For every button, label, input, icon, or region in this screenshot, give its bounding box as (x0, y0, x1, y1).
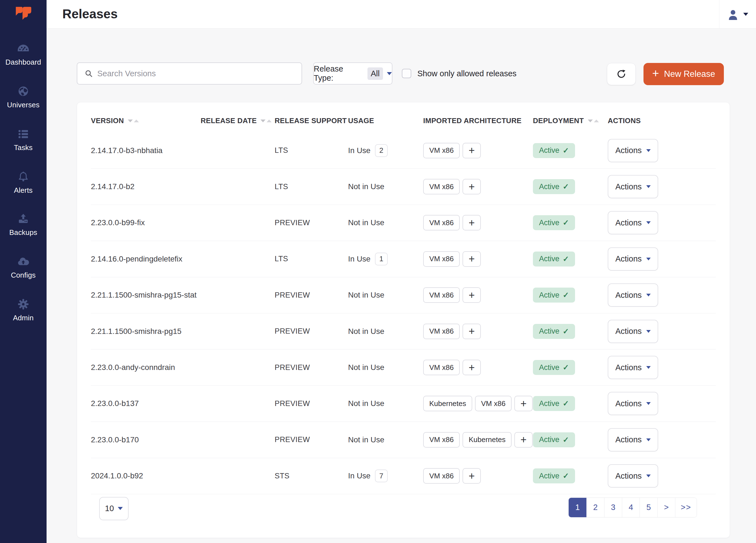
add-architecture-button[interactable]: + (463, 143, 481, 158)
row-actions-button[interactable]: Actions (608, 356, 658, 379)
table-header-row: VERSIONRELEASE DATERELEASE SUPPORTUSAGEI… (91, 102, 716, 132)
version-cell: 2.21.1.1500-smishra-pg15-stat (91, 291, 201, 300)
chevron-down-icon (646, 330, 651, 333)
imported-architecture-cell: VM x86+ (423, 324, 533, 339)
chevron-down-icon (646, 402, 651, 405)
version-cell: 2.14.17.0-b3-nbhatia (91, 146, 201, 155)
show-only-allowed-checkbox[interactable] (402, 69, 411, 78)
deployment-cell: Active ✓ (533, 324, 608, 339)
release-support-cell: LTS (275, 254, 348, 263)
usage-label: Not in Use (348, 399, 384, 408)
sidebar-item-tasks[interactable]: Tasks (0, 127, 47, 152)
row-actions-button[interactable]: Actions (608, 211, 658, 234)
actions-label: Actions (615, 291, 642, 300)
sidebar-item-dashboard[interactable]: Dashboard (0, 42, 47, 67)
pager-page-5[interactable]: 5 (640, 498, 657, 517)
new-release-label: New Release (664, 69, 715, 79)
deployment-status-badge: Active ✓ (533, 324, 575, 339)
imported-architecture-cell: VM x86+ (423, 179, 533, 194)
actions-cell: Actions (608, 392, 716, 415)
usage-count-badge[interactable]: 7 (375, 470, 388, 482)
row-actions-button[interactable]: Actions (608, 428, 658, 452)
sort-icons[interactable] (260, 119, 272, 122)
deployment-cell: Active ✓ (533, 288, 608, 303)
new-release-button[interactable]: + New Release (643, 63, 724, 85)
add-architecture-button[interactable]: + (463, 287, 481, 303)
gauge-icon (16, 42, 30, 55)
page-size-dropdown[interactable]: 10 (99, 497, 129, 520)
sidebar-item-label: Configs (11, 271, 36, 280)
actions-label: Actions (615, 399, 642, 408)
add-architecture-button[interactable]: + (463, 324, 481, 339)
usage-cell: Not in Use (348, 182, 423, 191)
chevron-down-icon (646, 475, 651, 477)
add-architecture-button[interactable]: + (463, 468, 481, 484)
user-avatar-icon (727, 9, 739, 20)
sidebar-item-backups[interactable]: Backups (0, 212, 47, 237)
add-architecture-button[interactable]: + (463, 215, 481, 230)
pager-page-1[interactable]: 1 (569, 498, 586, 517)
pager-page-3[interactable]: 3 (604, 498, 622, 517)
sidebar-item-universes[interactable]: Universes (0, 84, 47, 109)
table-row: 2.23.0.0-b170 PREVIEW Not in Use VM x86K… (91, 422, 716, 458)
add-architecture-button[interactable]: + (463, 360, 481, 375)
release-type-label: Release Type: (314, 64, 364, 83)
sort-icons[interactable] (128, 119, 139, 122)
refresh-icon (616, 68, 627, 80)
row-actions-button[interactable]: Actions (608, 139, 658, 162)
row-actions-button[interactable]: Actions (608, 392, 658, 415)
check-icon: ✓ (563, 435, 569, 444)
actions-label: Actions (615, 218, 642, 227)
sidebar-item-alerts[interactable]: Alerts (0, 170, 47, 195)
pager-page-2[interactable]: 2 (586, 498, 604, 517)
sort-desc-icon (260, 119, 265, 122)
usage-label: In Use (348, 471, 371, 480)
sidebar-item-admin[interactable]: Admin (0, 297, 47, 322)
deployment-status-badge: Active ✓ (533, 360, 575, 375)
search-input[interactable] (97, 69, 291, 78)
column-header-deployment[interactable]: DEPLOYMENT (533, 116, 608, 125)
row-actions-button[interactable]: Actions (608, 284, 658, 307)
pager-last-button[interactable]: >> (675, 498, 697, 517)
column-header-version[interactable]: VERSION (91, 116, 201, 125)
row-actions-button[interactable]: Actions (608, 464, 658, 488)
yugabyte-logo[interactable] (0, 6, 47, 21)
add-architecture-button[interactable]: + (463, 251, 481, 267)
pager-next-button[interactable]: > (657, 498, 675, 517)
globe-icon (16, 84, 30, 98)
column-header-release-date[interactable]: RELEASE DATE (201, 116, 275, 125)
pager-page-4[interactable]: 4 (622, 498, 640, 517)
deployment-status-badge: Active ✓ (533, 179, 575, 194)
add-architecture-button[interactable]: + (463, 179, 481, 194)
row-actions-button[interactable]: Actions (608, 247, 658, 271)
usage-count-badge[interactable]: 1 (375, 252, 388, 265)
chevron-down-icon (646, 149, 651, 152)
actions-label: Actions (615, 254, 642, 263)
imported-architecture-cell: VM x86+ (423, 251, 533, 267)
user-menu[interactable] (719, 0, 756, 29)
actions-label: Actions (615, 471, 642, 481)
check-icon: ✓ (563, 327, 569, 336)
refresh-button[interactable] (607, 63, 636, 85)
architecture-chip: VM x86 (423, 432, 460, 448)
show-only-allowed-label: Show only allowed releases (417, 69, 517, 78)
usage-count-badge[interactable]: 2 (375, 144, 388, 157)
release-support-cell: LTS (275, 182, 348, 191)
deployment-status-badge: Active ✓ (533, 468, 575, 483)
architecture-chip: VM x86 (423, 287, 460, 303)
show-only-allowed-toggle[interactable]: Show only allowed releases (402, 62, 517, 85)
version-cell: 2.23.0.0-b99-fix (91, 218, 201, 227)
column-label: RELEASE SUPPORT (275, 116, 347, 125)
sidebar-item-configs[interactable]: Configs (0, 254, 47, 280)
add-architecture-button[interactable]: + (514, 432, 533, 448)
sort-icons[interactable] (588, 119, 599, 122)
imported-architecture-cell: VM x86+ (423, 287, 533, 303)
check-icon: ✓ (563, 471, 569, 480)
version-cell: 2.21.1.1500-smishra-pg15 (91, 327, 201, 336)
add-architecture-button[interactable]: + (514, 396, 533, 411)
actions-label: Actions (615, 182, 642, 191)
row-actions-button[interactable]: Actions (608, 175, 658, 198)
release-type-dropdown[interactable]: Release Type: All (313, 62, 392, 85)
row-actions-button[interactable]: Actions (608, 320, 658, 343)
sidebar-item-label: Dashboard (6, 58, 41, 67)
